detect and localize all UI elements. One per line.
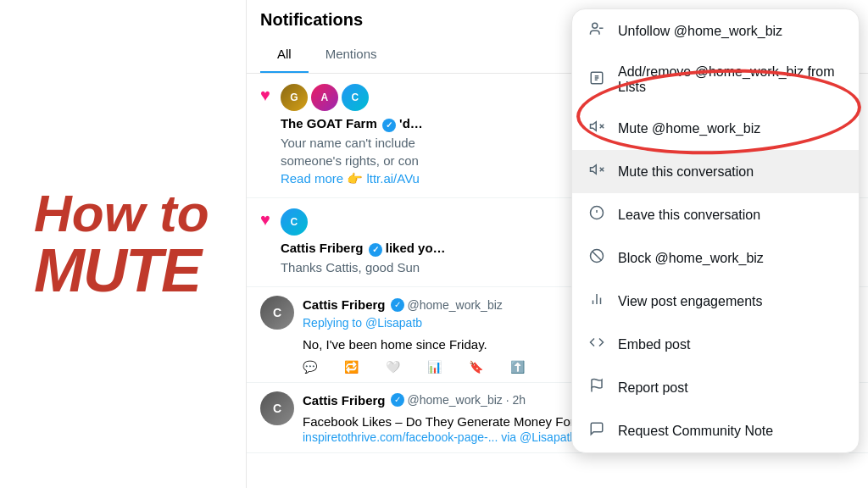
person-minus-icon bbox=[587, 21, 606, 41]
avatar-a2: C bbox=[342, 84, 369, 111]
retweet-button[interactable]: 🔁 bbox=[344, 360, 359, 374]
verified-1: ✓ bbox=[391, 298, 404, 312]
heart-icon: ♥ bbox=[260, 86, 270, 105]
svg-point-0 bbox=[593, 23, 598, 28]
menu-label-mute: Mute @home_work_biz bbox=[618, 121, 760, 136]
menu-item-addlist[interactable]: Add/remove @home_work_biz from Lists bbox=[572, 53, 859, 107]
chart-icon bbox=[587, 291, 606, 311]
svg-line-14 bbox=[593, 252, 602, 261]
menu-label-embed: Embed post bbox=[618, 337, 690, 352]
tweet-name-2: Cattis Friberg bbox=[303, 393, 386, 408]
menu-label-mute-convo: Mute this conversation bbox=[618, 164, 754, 180]
how-to-label: How to bbox=[34, 187, 209, 240]
tweet-avatar-2: C bbox=[260, 391, 294, 425]
menu-label-community-note: Request Community Note bbox=[618, 424, 773, 439]
like-button[interactable]: 🤍 bbox=[386, 360, 400, 374]
right-panel: Notifications All Mentions ♥ G A C The G… bbox=[246, 0, 868, 488]
menu-item-embed[interactable]: Embed post bbox=[572, 323, 859, 366]
block-icon bbox=[587, 248, 606, 268]
tweet-handle-2: @home_work_biz · 2h bbox=[408, 393, 526, 407]
menu-item-engagements[interactable]: View post engagements bbox=[572, 280, 859, 323]
mute-icon bbox=[587, 119, 606, 138]
reply-button[interactable]: 💬 bbox=[303, 360, 317, 374]
tab-mentions[interactable]: Mentions bbox=[309, 36, 394, 73]
tab-all[interactable]: All bbox=[260, 36, 309, 73]
heart-icon-2: ♥ bbox=[260, 210, 270, 230]
flag-icon bbox=[587, 378, 606, 397]
bookmark-button[interactable]: 🔖 bbox=[469, 360, 483, 374]
embed-icon bbox=[587, 335, 606, 354]
menu-item-mute-convo[interactable]: Mute this conversation bbox=[572, 150, 859, 193]
tweet-handle-1: @home_work_biz bbox=[408, 298, 503, 312]
menu-label-unfollow: Unfollow @home_work_biz bbox=[618, 24, 782, 39]
tweet-name-1: Cattis Friberg bbox=[303, 297, 386, 312]
menu-item-leave[interactable]: Leave this conversation bbox=[572, 193, 859, 236]
menu-item-unfollow[interactable]: Unfollow @home_work_biz bbox=[572, 9, 859, 53]
notif-link[interactable]: Read more 👉 lttr.ai/AVu bbox=[281, 171, 420, 186]
left-panel: How to MUTE bbox=[0, 0, 246, 488]
analytics-button[interactable]: 📊 bbox=[427, 360, 442, 374]
menu-label-block: Block @home_work_biz bbox=[618, 251, 764, 266]
menu-label-addlist: Add/remove @home_work_biz from Lists bbox=[618, 64, 843, 95]
menu-label-engagements: View post engagements bbox=[618, 294, 762, 309]
menu-label-report: Report post bbox=[618, 380, 688, 396]
leave-icon bbox=[587, 205, 606, 225]
menu-item-mute[interactable]: Mute @home_work_biz bbox=[572, 107, 859, 150]
mute-convo-icon bbox=[587, 162, 606, 181]
verified-badge-2: ✓ bbox=[369, 243, 382, 257]
list-icon bbox=[587, 70, 606, 90]
menu-item-community-note[interactable]: Request Community Note bbox=[572, 409, 859, 452]
avatar-a1: A bbox=[311, 84, 338, 111]
avatar-cattis: C bbox=[281, 208, 308, 236]
menu-label-leave: Leave this conversation bbox=[618, 208, 760, 223]
menu-item-block[interactable]: Block @home_work_biz bbox=[572, 236, 859, 280]
share-button[interactable]: ⬆️ bbox=[510, 360, 525, 374]
dropdown-menu: Unfollow @home_work_biz Add/remove @home… bbox=[571, 8, 860, 453]
verified-2: ✓ bbox=[391, 393, 404, 407]
avatar-goat: G bbox=[281, 84, 308, 111]
mute-label: MUTE bbox=[34, 240, 200, 301]
tweet-avatar-1: C bbox=[260, 296, 294, 330]
note-icon bbox=[587, 421, 606, 441]
menu-item-report[interactable]: Report post bbox=[572, 366, 859, 409]
verified-badge: ✓ bbox=[382, 119, 396, 132]
